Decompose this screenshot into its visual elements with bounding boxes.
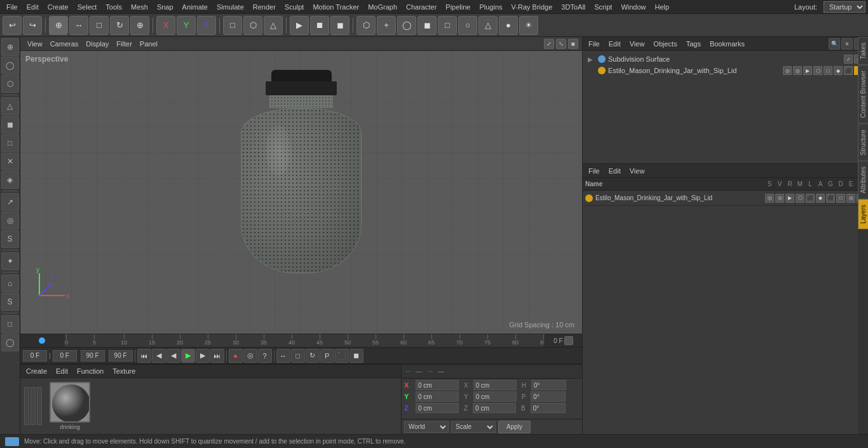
jar-phong-icon[interactable]: ⬡ [813, 66, 822, 75]
curve-button[interactable]: + [377, 16, 396, 35]
left-bridge-btn[interactable]: ◈ [1, 171, 19, 189]
left-sculpt-btn[interactable]: ⌂ [1, 275, 19, 292]
help-button[interactable]: ? [258, 349, 272, 363]
redo-button[interactable]: ↪ [23, 16, 42, 35]
jar-vis-icon[interactable]: ◎ [783, 66, 792, 75]
play-back-button[interactable]: ◀ [166, 349, 180, 363]
menu-render[interactable]: Render [249, 2, 280, 12]
y-axis-button[interactable]: Y [177, 16, 196, 35]
z-axis-button[interactable]: Z [197, 16, 216, 35]
h-input[interactable] [531, 380, 566, 390]
menu-character[interactable]: Character [402, 2, 440, 12]
obj-item-subdivision[interactable]: ▶ Subdivision Surface ✓ ✓ [585, 53, 865, 65]
mat-menu-edit[interactable]: Edit [53, 367, 71, 376]
p-input[interactable] [531, 391, 566, 402]
world-select[interactable]: World [404, 421, 449, 433]
record-button[interactable]: ● [229, 349, 243, 363]
left-morph-btn[interactable]: S [1, 293, 19, 311]
tab-takes[interactable]: Takes [858, 37, 869, 65]
vp-expand-icon[interactable]: ⤢ [544, 39, 554, 49]
vp-menu-cameras[interactable]: Cameras [47, 39, 82, 48]
autokey-button[interactable]: ◎ [243, 349, 257, 363]
y-rot-input[interactable] [473, 391, 517, 402]
render-view-button[interactable]: ◼ [349, 349, 363, 363]
left-magnet-btn[interactable]: ✦ [1, 252, 19, 270]
grid-button[interactable]: ⬛ [335, 349, 349, 363]
x-rot-input[interactable] [473, 380, 517, 390]
menu-mesh[interactable]: Mesh [127, 2, 152, 12]
prev-frame-button[interactable]: ◀ [152, 349, 166, 363]
light-button[interactable]: ○ [458, 16, 477, 35]
obj-menu-objects[interactable]: Objects [650, 39, 680, 48]
z-pos-input[interactable] [416, 403, 459, 413]
obj-search-icon[interactable]: 🔍 [829, 38, 840, 50]
camera-button[interactable]: △ [478, 16, 498, 35]
obj-item-jar[interactable]: Estilo_Mason_Drinking_Jar_with_Sip_Lid ◎… [585, 65, 865, 76]
left-extra-btn1[interactable]: □ [1, 315, 19, 333]
menu-motion-tracker[interactable]: Motion Tracker [309, 2, 363, 12]
start-frame-input[interactable] [53, 350, 77, 362]
object-mode-button[interactable]: □ [223, 16, 242, 35]
attr-icon-1[interactable]: ◎ [765, 194, 774, 203]
vp-menu-view[interactable]: View [24, 39, 46, 48]
menu-file[interactable]: File [3, 2, 22, 12]
sub-vis-icon[interactable]: ✓ [844, 55, 853, 64]
cube-button[interactable]: ⬡ [356, 16, 376, 35]
attr-icon-4[interactable]: ⬡ [796, 194, 804, 203]
vp-menu-display[interactable]: Display [83, 39, 112, 48]
move-button[interactable]: ↔ [69, 16, 88, 35]
end-frame-input[interactable] [81, 350, 105, 362]
attr-icon-6[interactable]: ◆ [816, 194, 825, 203]
attr-icon-3[interactable]: ▶ [785, 194, 794, 203]
jar-extra2-icon[interactable]: ◆ [834, 66, 843, 75]
b-input[interactable] [531, 403, 566, 413]
attr-menu-edit[interactable]: Edit [606, 166, 624, 175]
render-button[interactable]: ⏹ [310, 16, 329, 35]
left-paint-btn[interactable]: ◯ [1, 57, 19, 74]
tab-layers[interactable]: Layers [858, 199, 869, 229]
material-swatch[interactable] [50, 382, 90, 423]
attr-menu-file[interactable]: File [585, 166, 603, 175]
menu-window[interactable]: Window [617, 2, 649, 12]
current-frame-input[interactable] [23, 350, 47, 362]
viewport-canvas[interactable]: Perspective [20, 51, 582, 334]
vp-menu-filter[interactable]: Filter [113, 39, 135, 48]
menu-pipeline[interactable]: Pipeline [442, 2, 474, 12]
attr-icon-2[interactable]: ◎ [775, 194, 784, 203]
menu-snap[interactable]: Snap [153, 2, 177, 12]
timeline-end-btn[interactable] [564, 336, 573, 345]
texture-mode-button[interactable]: △ [264, 16, 283, 35]
cursor-mode-button[interactable]: ⊕ [49, 16, 68, 35]
left-knife-btn[interactable]: ✕ [1, 153, 19, 170]
timeline-ruler-main[interactable]: 0 5 10 15 20 25 30 35 40 45 50 55 60 65 [65, 334, 544, 347]
array-button[interactable]: □ [438, 16, 457, 35]
poly-button[interactable]: ◯ [397, 16, 416, 35]
menu-tools[interactable]: Tools [102, 2, 126, 12]
tab-structure[interactable]: Structure [858, 124, 869, 161]
play-button[interactable]: ▶ [181, 349, 195, 363]
menu-sculpt[interactable]: Sculpt [281, 2, 308, 12]
attr-icon-7[interactable]: ⬛ [826, 194, 835, 203]
undo-button[interactable]: ↩ [3, 16, 22, 35]
y-pos-input[interactable] [416, 391, 459, 402]
x-pos-input[interactable] [416, 380, 459, 390]
x-axis-button[interactable]: X [156, 16, 175, 35]
material-swatch-container[interactable]: drinking [50, 382, 90, 430]
sky-button[interactable]: ☀ [519, 16, 538, 35]
scale-select[interactable]: Scale [451, 421, 496, 433]
obj-menu-tags[interactable]: Tags [683, 39, 704, 48]
left-poly-btn[interactable]: S [1, 230, 19, 248]
floor-button[interactable]: ● [499, 16, 518, 35]
menu-plugins[interactable]: Plugins [475, 2, 506, 12]
vp-camera-icon[interactable]: ◙ [568, 39, 578, 49]
left-bevel-btn[interactable]: ◼ [1, 116, 19, 133]
obj-menu-file[interactable]: File [585, 39, 603, 48]
scale-mode-button[interactable]: □ [291, 349, 305, 363]
move-mode-button[interactable]: ↔ [276, 349, 290, 363]
menu-vray-bridge[interactable]: V-Ray Bridge [508, 2, 557, 12]
render-to-picture-button[interactable]: ◼ [330, 16, 349, 35]
attr-icon-8[interactable]: □ [836, 194, 845, 203]
rotate-button[interactable]: ↻ [110, 16, 129, 35]
mat-menu-create[interactable]: Create [23, 367, 50, 376]
left-select-btn[interactable]: ⊕ [1, 38, 19, 56]
